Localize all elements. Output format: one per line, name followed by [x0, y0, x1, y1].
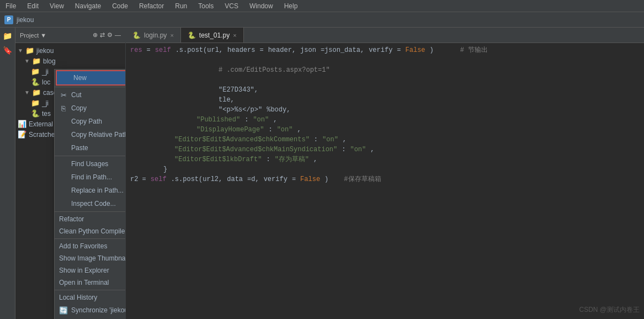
context-menu-find-usages[interactable]: Find Usages Alt+F7	[55, 157, 126, 171]
tree-item-jiekou[interactable]: ▼ 📁 jiekou	[15, 45, 125, 56]
code-line-6: tle,	[130, 95, 640, 105]
tab-login-label: login.py	[144, 31, 167, 39]
menu-bar: File Edit View Navigate Code Refactor Ru…	[0, 0, 644, 12]
side-icons: 📁 🔖	[0, 28, 15, 319]
context-menu-show-explorer[interactable]: Show in Explorer	[55, 264, 126, 277]
code-line-12: "Editor$Edit$lkbDraft" : "存为草稿" ,	[130, 155, 640, 164]
sync-icon: 🔄	[59, 306, 68, 315]
find-usages-label: Find Usages	[71, 160, 126, 168]
sync-label: Synchronize 'jiekou'	[71, 306, 126, 314]
favorites-label: Add to Favorites	[59, 242, 126, 250]
tab-test01-icon: 🐍	[188, 31, 196, 39]
watermark: CSDN @测试内卷王	[579, 305, 640, 315]
code-line-3: # .com/EditPosts.aspx?opt=1"	[130, 65, 640, 75]
context-menu-favorites[interactable]: Add to Favorites ▶	[55, 240, 126, 252]
project-panel-header[interactable]: Project ▼ ⊕ ⇄ ⚙ —	[15, 28, 125, 43]
tab-login-icon: 🐍	[132, 31, 141, 39]
editor-content: res = self .s.post(url, headers = header…	[126, 43, 644, 319]
project-panel: Project ▼ ⊕ ⇄ ⚙ — ▼ 📁 jiekou ▼ 📁 blog 📁 …	[15, 28, 126, 319]
find-path-label: Find in Path...	[71, 173, 126, 181]
toolbar-icon-sync[interactable]: ⇄	[100, 31, 105, 39]
context-menu-paste[interactable]: Paste Ctrl+V	[55, 141, 126, 155]
toolbar-icon-minimize[interactable]: —	[115, 31, 121, 39]
paste-label: Paste	[71, 144, 126, 152]
copy-rel-icon	[59, 130, 68, 139]
context-menu-replace-path[interactable]: Replace in Path... Ctrl+Shift+R	[55, 184, 126, 197]
show-explorer-label: Show in Explorer	[59, 267, 126, 274]
editor-tabs: 🐍 login.py × 🐍 test_01.py ×	[126, 28, 644, 43]
side-icon-project[interactable]: 📁	[2, 30, 14, 42]
find-path-icon	[59, 173, 68, 182]
code-line-10: "Editor$Edit$Advanced$chkComments" : "on…	[130, 135, 640, 145]
menu-tools[interactable]: Tools	[196, 1, 216, 11]
copy-rel-label: Copy Relative Path	[71, 131, 126, 139]
replace-label: Replace in Path...	[71, 187, 126, 194]
context-menu-clean[interactable]: Clean Python Compiled Files	[55, 225, 126, 237]
cut-icon: ✂	[59, 91, 68, 99]
code-line-7: "<p>%s</p>" %body,	[130, 105, 640, 115]
code-line-9: "DisplayHomePage" : "on" ,	[130, 125, 640, 135]
menu-help[interactable]: Help	[282, 1, 300, 11]
copy-path-label: Copy Path	[71, 118, 126, 125]
code-line-13: }	[130, 164, 640, 174]
menu-run[interactable]: Run	[173, 1, 189, 11]
tab-test01[interactable]: 🐍 test_01.py ×	[181, 28, 244, 42]
menu-view[interactable]: View	[47, 1, 66, 11]
project-header-label: Project ▼	[20, 32, 46, 39]
tab-login-close[interactable]: ×	[170, 32, 173, 39]
title-bar: P jiekou	[0, 12, 644, 28]
context-menu-synchronize[interactable]: 🔄 Synchronize 'jiekou'	[55, 304, 126, 317]
new-label: New	[73, 74, 126, 82]
context-menu-copy[interactable]: ⎘ Copy Ctrl+C	[55, 102, 126, 115]
context-menu-find-path[interactable]: Find in Path... Ctrl+Shift+F	[55, 171, 126, 184]
context-menu-edit-scopes[interactable]: Edit Scopes...	[55, 317, 126, 319]
menu-vcs[interactable]: VCS	[222, 1, 241, 11]
clean-label: Clean Python Compiled Files	[59, 227, 126, 235]
code-line-5: "E27D343",	[130, 85, 640, 95]
context-menu: New ▶ 📄 File 📝 New Scratch File Ctrl+Alt…	[54, 69, 126, 319]
toolbar-icon-add[interactable]: ⊕	[93, 31, 98, 39]
find-usages-icon	[59, 160, 68, 168]
context-menu-local-history[interactable]: Local History ▶	[55, 291, 126, 304]
menu-edit[interactable]: Edit	[25, 1, 41, 11]
editor-area: 🐍 login.py × 🐍 test_01.py × res = self .…	[126, 28, 644, 319]
replace-icon	[59, 186, 68, 195]
tree-item-blog[interactable]: ▼ 📁 blog	[15, 56, 125, 66]
code-line-11: "Editor$Edit$Advanced$chkMainSyndication…	[130, 145, 640, 155]
inspect-icon	[59, 199, 68, 208]
context-menu-copy-path[interactable]: Copy Path Ctrl+Shift+C	[55, 115, 126, 128]
copy-label: Copy	[71, 104, 126, 112]
context-menu-cut[interactable]: ✂ Cut Ctrl+X	[55, 88, 126, 102]
thumbnails-label: Show Image Thumbnails	[59, 254, 126, 262]
menu-navigate[interactable]: Navigate	[73, 1, 103, 11]
context-menu-open-terminal[interactable]: Open in Terminal	[55, 277, 126, 289]
context-menu-thumbnails[interactable]: Show Image Thumbnails Ctrl+Shift+T	[55, 252, 126, 264]
context-menu-inspect[interactable]: Inspect Code...	[55, 197, 126, 210]
tab-test01-label: test_01.py	[199, 31, 230, 39]
context-menu-refactor[interactable]: Refactor ▶	[55, 213, 126, 225]
project-title: jiekou	[17, 16, 34, 24]
inspect-label: Inspect Code...	[71, 200, 126, 208]
tab-test01-close[interactable]: ×	[233, 32, 236, 39]
open-terminal-label: Open in Terminal	[59, 279, 126, 286]
context-menu-copy-relative[interactable]: Copy Relative Path Ctrl+Alt+Shift+C	[55, 128, 126, 141]
menu-code[interactable]: Code	[110, 1, 130, 11]
main-layout: 📁 🔖 Project ▼ ⊕ ⇄ ⚙ — ▼ 📁 jiekou ▼ 📁 blo…	[0, 28, 644, 319]
code-line-14: r2 = self .s.post(url2, data =d, verify …	[130, 174, 640, 184]
toolbar-icon-settings[interactable]: ⚙	[107, 31, 113, 39]
cut-label: Cut	[71, 91, 126, 99]
menu-file[interactable]: File	[3, 1, 18, 11]
tab-login[interactable]: 🐍 login.py ×	[126, 28, 181, 42]
code-line-8: "Published" : "on" ,	[130, 115, 640, 125]
local-history-label: Local History	[59, 294, 126, 301]
refactor-label: Refactor	[59, 215, 126, 223]
copy-icon: ⎘	[59, 104, 68, 113]
menu-window[interactable]: Window	[247, 1, 275, 11]
side-icon-bookmark[interactable]: 🔖	[2, 44, 14, 56]
context-menu-new[interactable]: New ▶ 📄 File 📝 New Scratch File Ctrl+Alt…	[56, 70, 126, 86]
new-icon	[61, 73, 70, 82]
paste-icon	[59, 143, 68, 152]
code-line-1: res = self .s.post(url, headers = header…	[130, 45, 640, 55]
menu-refactor[interactable]: Refactor	[137, 1, 166, 11]
copy-path-icon	[59, 117, 68, 126]
